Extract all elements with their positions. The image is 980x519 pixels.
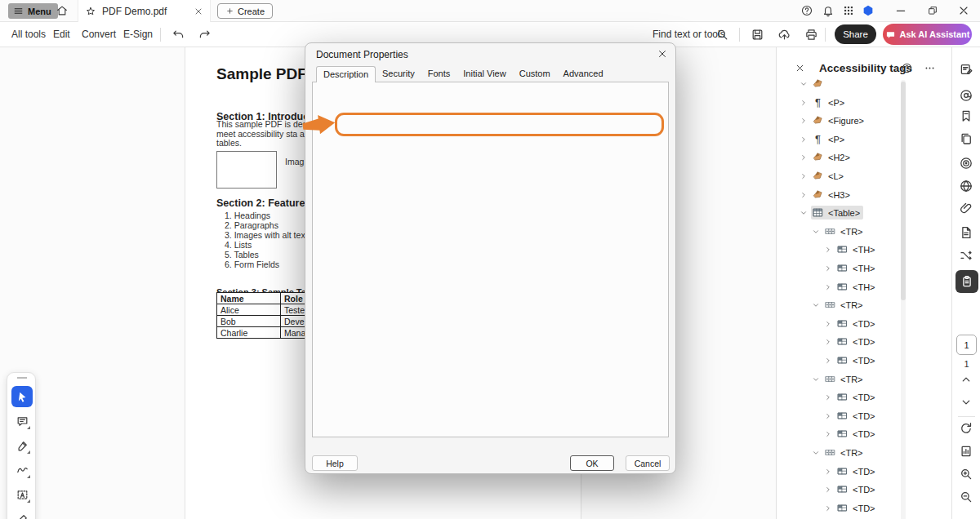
menu-button[interactable]: Menu (8, 3, 58, 19)
chevron-right-icon[interactable] (824, 504, 832, 512)
chev-down-icon[interactable] (959, 395, 973, 410)
dialog-tab-description[interactable]: Description (316, 66, 376, 82)
chevron-down-icon[interactable] (812, 375, 820, 384)
sign-tool-button[interactable] (11, 508, 33, 519)
chevron-right-icon[interactable] (824, 264, 832, 273)
tree-item-p[interactable]: ¶<P> (777, 131, 848, 148)
chevron-right-icon[interactable] (824, 393, 832, 401)
chevron-right-icon[interactable] (824, 486, 832, 494)
info-icon[interactable] (901, 62, 913, 74)
tree-item-td[interactable]: <TD> (777, 481, 879, 498)
cloud-upload-icon[interactable] (777, 28, 791, 42)
chevron-right-icon[interactable] (800, 191, 808, 199)
chevron-down-icon[interactable] (800, 209, 808, 217)
toolbar-item-all-tools[interactable]: All tools (8, 22, 49, 47)
chevron-right-icon[interactable] (824, 246, 832, 254)
chevron-down-icon[interactable] (812, 449, 820, 457)
help-button[interactable]: Help (312, 455, 358, 471)
help-icon[interactable] (800, 4, 813, 17)
panel-close-icon[interactable] (795, 63, 805, 73)
undo-icon[interactable] (172, 28, 185, 42)
notifications-icon[interactable] (822, 4, 835, 17)
tree-item-th[interactable]: <TH> (777, 241, 879, 258)
chevron-right-icon[interactable] (824, 357, 832, 365)
tree-item-td[interactable]: <TD> (777, 333, 879, 350)
chevron-down-icon[interactable] (812, 301, 820, 309)
ok-button[interactable]: OK (570, 455, 614, 471)
dialog-close-icon[interactable] (657, 48, 668, 60)
chevron-right-icon[interactable] (824, 320, 832, 328)
chevron-right-icon[interactable] (824, 468, 832, 476)
dialog-tab-advanced[interactable]: Advanced (557, 66, 610, 82)
save-icon[interactable] (751, 28, 764, 42)
toolbar-item-edit[interactable]: Edit (50, 22, 74, 47)
reading-order-icon[interactable] (959, 248, 973, 263)
maximize-icon[interactable] (927, 5, 938, 16)
tree-item-root[interactable] (777, 77, 827, 92)
redo-icon[interactable] (198, 28, 212, 42)
more-options-icon[interactable] (924, 62, 936, 74)
toolbar-grip[interactable] (17, 377, 27, 379)
tree-item-th[interactable]: <TH> (777, 278, 879, 295)
chevron-right-icon[interactable] (800, 172, 808, 180)
globe-check-icon[interactable] (959, 179, 973, 193)
apps-grid-icon[interactable] (842, 4, 855, 17)
window-close-icon[interactable] (957, 4, 970, 17)
print-icon[interactable] (804, 28, 818, 42)
copy-pages-icon[interactable] (959, 131, 973, 146)
highlight-tool-button[interactable] (11, 435, 33, 456)
toolbar-item-e-sign[interactable]: E-Sign (120, 22, 156, 47)
zoom-out-icon[interactable] (959, 490, 973, 504)
tree-item-tr[interactable]: <TR> (777, 444, 866, 461)
draw-tool-button[interactable] (11, 459, 33, 481)
page-view-icon[interactable] (959, 444, 973, 459)
zoom-in-icon[interactable] (959, 467, 973, 481)
rotate-cw-icon[interactable] (959, 421, 973, 436)
note-edit-icon[interactable] (959, 62, 973, 77)
chev-up-icon[interactable] (959, 372, 973, 387)
tree-item-td[interactable]: <TD> (777, 407, 879, 424)
page-number-input[interactable]: 1 (956, 335, 977, 355)
tree-scrollbar[interactable] (901, 80, 906, 519)
share-button[interactable]: Share (835, 24, 876, 44)
tree-item-h3[interactable]: <H3> (777, 186, 853, 203)
tree-item-td[interactable]: <TD> (777, 388, 879, 406)
target-icon[interactable] (959, 156, 973, 171)
tree-item-tr[interactable]: <TR> (777, 370, 866, 388)
tree-item-td[interactable]: <TD> (777, 499, 879, 517)
chevron-right-icon[interactable] (800, 153, 808, 162)
chevron-right-icon[interactable] (800, 117, 808, 125)
tree-item-p[interactable]: ¶<P> (777, 94, 848, 111)
create-button[interactable]: Create (217, 3, 273, 19)
tree-item-th[interactable]: <TH> (777, 260, 879, 277)
tree-item-table[interactable]: <Table> (777, 204, 863, 221)
at-comment-icon[interactable] (959, 88, 973, 103)
paperclip-icon[interactable] (959, 201, 973, 215)
copilot-logo-icon[interactable] (862, 4, 875, 17)
tags-clipboard-icon[interactable] (956, 270, 978, 293)
bookmark-icon[interactable] (959, 109, 973, 123)
tree-item-tr[interactable]: <TR> (777, 223, 866, 240)
chevron-right-icon[interactable] (824, 283, 832, 291)
dialog-tab-fonts[interactable]: Fonts (421, 66, 457, 82)
chevron-right-icon[interactable] (824, 338, 832, 346)
tree-item-td[interactable]: <TD> (777, 463, 879, 480)
dialog-tab-custom[interactable]: Custom (513, 66, 557, 82)
tree-item-tr[interactable]: <TR> (777, 296, 866, 313)
chevron-down-icon[interactable] (812, 228, 820, 236)
chevron-right-icon[interactable] (824, 412, 832, 420)
document-lines-icon[interactable] (959, 225, 973, 240)
chevron-right-icon[interactable] (800, 99, 808, 107)
add-text-tool-button[interactable] (11, 484, 33, 505)
chevron-right-icon[interactable] (800, 135, 808, 144)
tree-item-td[interactable]: <TD> (777, 352, 879, 369)
tree-item-td[interactable]: <TD> (777, 425, 879, 442)
tree-item-figure[interactable]: <Figure> (777, 112, 867, 129)
dialog-tab-initial-view[interactable]: Initial View (457, 66, 512, 82)
dialog-tab-security[interactable]: Security (376, 66, 421, 82)
ask-ai-assistant-button[interactable]: Ask AI Assistant (883, 24, 972, 45)
search-icon[interactable] (715, 28, 729, 42)
select-tool-button[interactable] (11, 386, 33, 407)
document-tab[interactable]: PDF Demo.pdf (78, 0, 211, 22)
chevron-right-icon[interactable] (824, 430, 832, 438)
